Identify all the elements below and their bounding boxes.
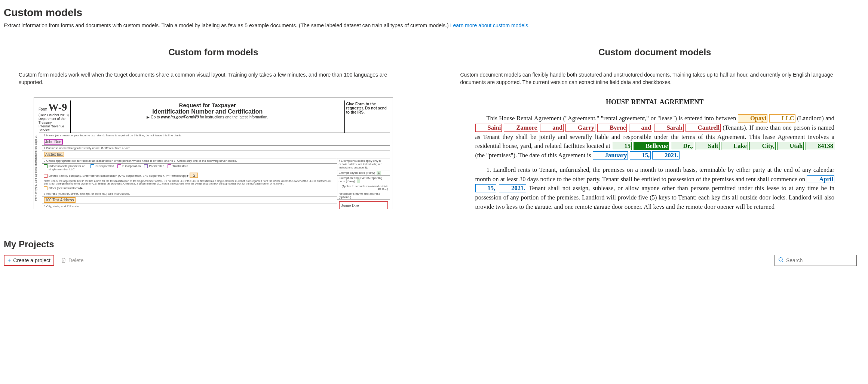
form-models-heading: Custom form models [165,47,262,60]
trash-icon [61,258,66,263]
document-models-heading: Custom document models [595,47,715,60]
w9-form-number: W-9 [48,101,67,113]
columns-container: Custom form models Custom form models wo… [4,47,864,209]
delete-button[interactable]: Delete [58,256,86,265]
create-project-button[interactable]: + Create a project [4,255,54,266]
doc-title: HOUSE RENTAL AGREEMENT [475,97,835,107]
my-projects-heading: My Projects [4,239,864,250]
w9-business-highlight: Arctex Inc. [44,152,64,157]
svg-point-0 [779,258,782,261]
doc-paragraph-2: 1. Landlord rents to Tenant, unfurnished… [475,165,835,209]
doc-paragraph-1: This House Rental Agreement ("Agreement,… [475,114,835,160]
w9-row-2: 2 Business name/disregarded entity name,… [42,146,390,151]
my-projects-section: My Projects + Create a project Delete [4,235,864,266]
rental-agreement-illustration: HOUSE RENTAL AGREEMENT This House Rental… [475,97,835,209]
projects-toolbar: + Create a project Delete [4,255,864,266]
intro-text: Extract information from forms and docum… [4,22,450,28]
search-icon [778,257,784,264]
w9-form-illustration: Form W-9 (Rev. October 2018) Department … [34,97,393,209]
document-models-description: Custom document models can flexibly hand… [445,71,865,86]
page-title: Custom models [4,0,864,22]
w9-form-label: Form [39,107,47,111]
w9-address-highlight: 100 Test Address [44,197,76,203]
search-box[interactable] [775,255,857,266]
plus-icon: + [7,257,11,264]
intro-paragraph: Extract information from forms and docum… [4,22,864,28]
delete-label: Delete [68,257,83,263]
w9-requester-box: Jamie Doe [339,201,388,209]
form-models-column: Custom form models Custom form models wo… [4,47,423,209]
form-models-description: Custom form models work well when the ta… [4,71,423,86]
learn-more-link[interactable]: Learn more about custom models. [450,22,530,28]
w9-goto: ▶ Go to www.irs.gov/FormW9 for instructi… [72,115,343,119]
w9-give-form: Give Form to the requester. Do not send … [345,100,390,133]
w9-rev: (Rev. October 2018) [39,113,69,117]
document-models-column: Custom document models Custom document m… [445,47,865,209]
w9-sidebar-text: Print or type. See Specific Instructions… [34,127,39,209]
create-project-label: Create a project [13,257,50,263]
w9-name-highlight: John Doe [44,139,63,145]
w9-dept: Department of the Treasury [39,117,65,124]
w9-irs: Internal Revenue Service [39,124,64,132]
w9-row-1: 1 Name (as shown on your income tax retu… [42,133,390,138]
svg-line-1 [782,261,783,262]
w9-title-2: Identification Number and Certification [72,108,343,115]
search-input[interactable] [786,257,853,263]
w9-title-1: Request for Taxpayer [72,102,343,108]
w9-row-3: 3 Check appropriate box for federal tax … [42,158,337,164]
